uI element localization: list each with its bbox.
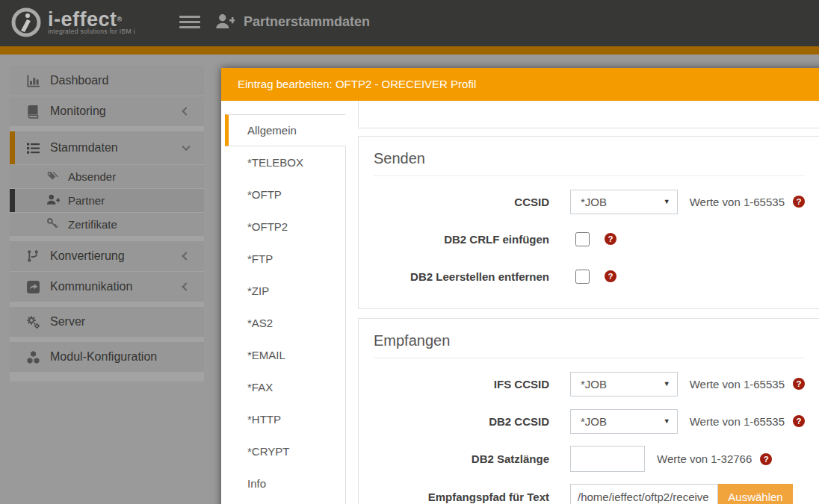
form-row-db2-satzlaenge: DB2 Satzlänge Werte von 1-32766 ? [374, 446, 805, 472]
field-label: DB2 CRLF einfügen [374, 233, 570, 246]
db2-crlf-checkbox[interactable] [575, 232, 590, 246]
select-arrow-icon: ▼ [664, 417, 670, 425]
tab-list-spacer [225, 500, 346, 504]
logo-swirl-icon [10, 7, 42, 38]
ifs-ccsid-select[interactable]: *JOB ▼ [570, 372, 678, 396]
tab-email[interactable]: *EMAIL [225, 339, 346, 371]
select-arrow-icon: ▼ [664, 198, 670, 205]
section-empfangen: Empfangen IFS CCSID *JOB ▼ Werte von 1-6… [358, 318, 819, 504]
ccsid-select[interactable]: *JOB ▼ [570, 190, 678, 214]
tab-as2[interactable]: *AS2 [225, 307, 346, 339]
field-label: DB2 CCSID [374, 415, 570, 428]
tab-telebox[interactable]: *TELEBOX [225, 146, 346, 178]
dialog-title: Eintrag bearbeiten: OFTP2 - ORECEIVER Pr… [238, 78, 476, 90]
user-plus-icon [215, 13, 235, 31]
tab-allgemein[interactable]: Allgemein [225, 114, 346, 146]
app-header: i-effect® integrated solutions for IBM i… [0, 0, 819, 46]
field-label: IFS CCSID [374, 378, 570, 391]
form-row-db2-ccsid: DB2 CCSID *JOB ▼ Werte von 1-65535 ? [374, 408, 805, 434]
value-range-hint: Werte von 1-65535 [690, 196, 785, 208]
section-senden: Senden CCSID *JOB ▼ Werte von 1-65535 ? … [358, 136, 819, 309]
section-title: Empfangen [374, 328, 805, 358]
help-icon[interactable]: ? [793, 415, 805, 427]
previous-section-edge [358, 101, 819, 128]
field-label: Empfangspfad für Text [374, 491, 570, 503]
value-range-hint: Werte von 1-65535 [690, 415, 785, 428]
db2-leerstellen-checkbox[interactable] [575, 270, 590, 284]
tab-oftp[interactable]: *OFTP [225, 178, 346, 211]
tab-fax[interactable]: *FAX [225, 371, 346, 403]
tab-oftp2[interactable]: *OFTP2 [225, 211, 346, 243]
tab-http[interactable]: *HTTP [225, 403, 346, 435]
tab-info[interactable]: Info [225, 467, 346, 500]
auswaehlen-button[interactable]: Auswählen [718, 484, 793, 504]
select-value: *JOB [581, 415, 607, 428]
help-icon[interactable]: ? [605, 270, 616, 282]
value-range-hint: Werte von 1-32766 [657, 452, 752, 465]
edit-entry-dialog: Eintrag bearbeiten: OFTP2 - ORECEIVER Pr… [221, 68, 819, 504]
form-row-empfangspfad: Empfangspfad für Text Auswählen [374, 484, 805, 504]
form-row-db2-leerstellen: DB2 Leerstellen entfernen ? [374, 264, 805, 289]
section-title: Senden [374, 146, 805, 176]
logo-tagline: integrated solutions for IBM i [48, 28, 135, 35]
page-title: Partnerstammdaten [244, 14, 370, 30]
empfangspfad-input[interactable] [570, 484, 718, 504]
db2-satzlaenge-input[interactable] [570, 446, 645, 472]
form-row-ifs-ccsid: IFS CCSID *JOB ▼ Werte von 1-65535 ? [374, 371, 805, 396]
dialog-tab-list: Allgemein *TELEBOX *OFTP *OFTP2 *FTP *ZI… [225, 114, 346, 504]
select-value: *JOB [581, 196, 607, 208]
help-icon[interactable]: ? [793, 378, 805, 390]
i-effect-logo: i-effect® integrated solutions for IBM i [10, 7, 135, 38]
form-row-db2-crlf: DB2 CRLF einfügen ? [374, 226, 805, 252]
help-icon[interactable]: ? [793, 196, 805, 208]
field-label: DB2 Leerstellen entfernen [374, 270, 570, 283]
field-label: CCSID [374, 196, 570, 208]
dialog-content: Senden CCSID *JOB ▼ Werte von 1-65535 ? … [358, 101, 819, 504]
select-value: *JOB [581, 378, 607, 391]
db2-ccsid-select[interactable]: *JOB ▼ [570, 409, 678, 434]
select-arrow-icon: ▼ [664, 380, 670, 388]
dialog-header: Eintrag bearbeiten: OFTP2 - ORECEIVER Pr… [221, 68, 819, 101]
value-range-hint: Werte von 1-65535 [690, 378, 785, 391]
form-row-ccsid: CCSID *JOB ▼ Werte von 1-65535 ? [374, 189, 805, 214]
registered-mark: ® [117, 16, 123, 23]
tab-ftp[interactable]: *FTP [225, 243, 346, 275]
hamburger-menu-icon[interactable] [179, 16, 200, 31]
help-icon[interactable]: ? [760, 453, 772, 465]
help-icon[interactable]: ? [605, 233, 616, 245]
tab-zip[interactable]: *ZIP [225, 275, 346, 307]
field-label: DB2 Satzlänge [374, 452, 570, 465]
tab-crypt[interactable]: *CRYPT [225, 435, 346, 467]
